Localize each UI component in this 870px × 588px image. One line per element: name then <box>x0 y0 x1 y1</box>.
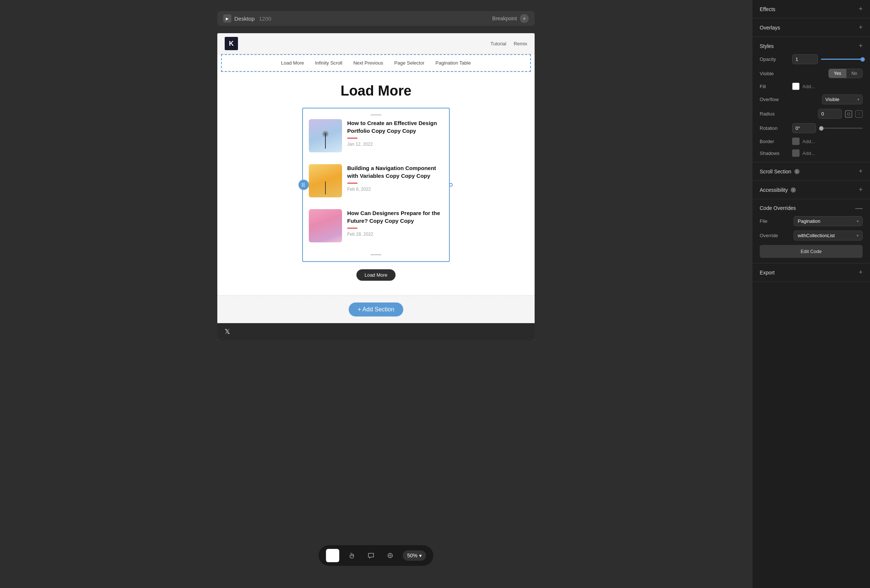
logo: K <box>225 37 238 50</box>
accessibility-plus[interactable]: + <box>858 186 863 194</box>
export-header[interactable]: Export + <box>760 268 863 276</box>
code-overrides-minus[interactable]: — <box>855 204 863 212</box>
add-section-button[interactable]: + Add Section <box>349 302 403 317</box>
article-meta-3: How Can Designers Prepare for the Future… <box>347 209 443 243</box>
rotation-row: Rotation <box>760 123 863 133</box>
radius-link-icon[interactable] <box>855 110 863 118</box>
article-thumb-1 <box>309 119 342 152</box>
drag-handle-right[interactable] <box>449 183 453 187</box>
drag-handle-circle <box>298 180 309 190</box>
scroll-section-header[interactable]: Scroll Section i + <box>760 167 863 175</box>
rotation-slider[interactable] <box>819 128 863 129</box>
opacity-label: Opacity <box>760 57 789 62</box>
radius-corner-icon[interactable] <box>845 110 852 118</box>
article-title-1: How to Create an Effective Design Portfo… <box>347 119 443 135</box>
header-nav: Tutorial Remix <box>490 41 527 46</box>
article-date-2: Feb 6, 2022 <box>347 187 443 192</box>
fill-swatch[interactable] <box>792 83 800 90</box>
effects-section: Effects + <box>752 0 870 18</box>
tab-load-more[interactable]: Load More <box>281 60 304 65</box>
radius-input[interactable] <box>818 109 842 119</box>
border-label: Border <box>760 139 789 144</box>
tab-next-previous[interactable]: Next Previous <box>353 60 383 65</box>
overflow-dropdown[interactable]: Visible ▾ <box>822 94 863 104</box>
export-title: Export <box>760 269 775 275</box>
scroll-section-title: Scroll Section <box>760 168 791 174</box>
comment-tool[interactable] <box>364 549 377 562</box>
accessibility-header[interactable]: Accessibility i + <box>760 186 863 194</box>
opacity-slider[interactable] <box>821 59 863 60</box>
play-icon[interactable]: ▶ <box>223 14 231 22</box>
svg-point-10 <box>304 185 304 185</box>
visible-yes-button[interactable]: Yes <box>829 69 846 78</box>
article-meta-1: How to Create an Effective Design Portfo… <box>347 119 443 152</box>
scroll-section: Scroll Section i + <box>752 162 870 181</box>
header-link-remix[interactable]: Remix <box>514 41 527 46</box>
scroll-bar-top <box>371 115 381 115</box>
article-thumb-2 <box>309 164 342 197</box>
border-row: Border Add... <box>760 138 863 145</box>
header-link-tutorial[interactable]: Tutorial <box>490 41 506 46</box>
visible-label: Visible <box>760 71 789 76</box>
scroll-section-info-icon: i <box>794 169 800 174</box>
overlays-plus[interactable]: + <box>858 24 863 31</box>
code-overrides-section: Code Overrides — File Pagination ▾ Overr… <box>752 199 870 263</box>
article-title-2: Building a Navigation Component with Var… <box>347 164 443 180</box>
load-more-button[interactable]: Load More <box>356 269 396 281</box>
overlays-header[interactable]: Overlays + <box>760 24 863 31</box>
overflow-label: Overflow <box>760 97 789 102</box>
visible-row: Visible Yes No <box>760 68 863 78</box>
file-dropdown[interactable]: Pagination ▾ <box>794 216 863 226</box>
bottom-toolbar: 50% ▾ <box>319 545 433 566</box>
fill-label: Fill <box>760 84 789 89</box>
svg-point-8 <box>302 186 302 186</box>
styles-plus[interactable]: + <box>858 42 863 50</box>
twitter-icon: 𝕏 <box>225 327 230 336</box>
file-value: Pagination <box>798 218 820 224</box>
shadows-label: Shadows <box>760 150 789 156</box>
svg-point-6 <box>302 183 302 184</box>
border-swatch[interactable] <box>792 138 800 145</box>
tab-page-selector[interactable]: Page Selector <box>395 60 425 65</box>
scroll-section-plus[interactable]: + <box>858 167 863 175</box>
fill-add-text[interactable]: Add... <box>803 84 863 89</box>
device-width: 1200 <box>259 15 271 22</box>
hand-tool[interactable] <box>345 549 358 562</box>
svg-point-11 <box>304 186 304 186</box>
article-list-wrapper: How to Create an Effective Design Portfo… <box>302 108 450 262</box>
rotation-label: Rotation <box>760 125 789 131</box>
visible-no-button[interactable]: No <box>846 69 862 78</box>
browser-frame: K Tutorial Remix Load More Infinity Scro… <box>218 33 535 340</box>
shadows-add-text[interactable]: Add... <box>803 150 863 156</box>
file-chevron: ▾ <box>857 219 858 223</box>
device-label: Desktop <box>234 15 255 22</box>
styles-header[interactable]: Styles + <box>760 42 863 50</box>
page-content: Load More <box>218 72 535 295</box>
styles-title: Styles <box>760 43 774 49</box>
edit-code-button[interactable]: Edit Code <box>760 245 863 258</box>
override-label: Override <box>760 233 789 238</box>
breakpoint-button[interactable]: Breakpoint <box>492 15 517 21</box>
export-plus[interactable]: + <box>858 268 863 276</box>
opacity-input[interactable] <box>792 54 818 64</box>
rotation-input[interactable] <box>792 123 816 133</box>
tab-infinity-scroll[interactable]: Infinity Scroll <box>315 60 343 65</box>
effects-plus[interactable]: + <box>858 5 863 13</box>
browser-header: K Tutorial Remix <box>218 33 535 54</box>
add-breakpoint-button[interactable]: + <box>520 14 529 23</box>
zoom-selector[interactable]: 50% ▾ <box>402 550 426 561</box>
file-row: File Pagination ▾ <box>760 216 863 226</box>
code-overrides-header[interactable]: Code Overrides — <box>760 204 863 212</box>
effects-header[interactable]: Effects + <box>760 5 863 13</box>
drag-handle-left[interactable] <box>298 180 309 190</box>
article-item: How to Create an Effective Design Portfo… <box>309 119 443 158</box>
article-divider-3 <box>347 228 358 229</box>
overflow-chevron: ▾ <box>857 97 859 101</box>
border-add-text[interactable]: Add... <box>803 139 863 144</box>
tab-pagination-table[interactable]: Pagination Table <box>435 60 471 65</box>
effects-tool[interactable] <box>383 549 396 562</box>
override-dropdown[interactable]: withCollectionList ▾ <box>794 231 863 241</box>
accessibility-info-icon: i <box>791 188 796 192</box>
cursor-tool[interactable] <box>326 549 339 562</box>
shadows-swatch[interactable] <box>792 149 800 157</box>
